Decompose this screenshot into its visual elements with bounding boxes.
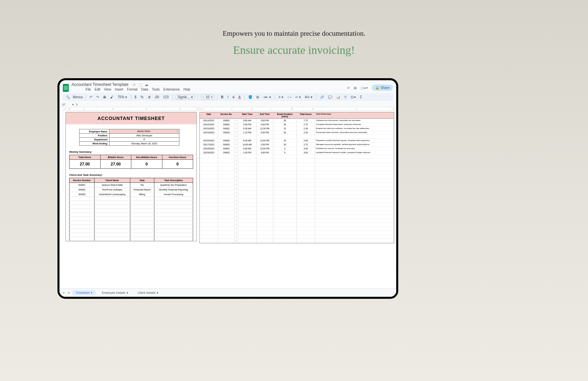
share-label: Share [381,86,390,90]
table-row[interactable]: ▾ [200,239,394,243]
cell-reference[interactable]: 37 [62,103,72,106]
weekly-summary-label: Weekly Summary: [69,150,193,153]
table-row[interactable]: ▾ [200,219,394,223]
table-row[interactable]: ▾ [200,179,394,183]
employee-name-cell[interactable]: James Davis ▾ [110,129,179,134]
move-icon[interactable]: ⬚ [139,83,142,87]
table-row[interactable]: ▾ [200,167,394,171]
chevron-down-icon: ▾ [91,291,93,294]
italic-icon[interactable]: I [227,95,230,100]
table-row[interactable]: ▾ [200,155,394,159]
print-icon[interactable]: 🖶 [102,95,107,100]
client-task-table: Service Number Client Name Task Task Des… [69,178,193,241]
zoom-select[interactable]: 75% ▾ [117,95,128,100]
table-row[interactable]: ▾ [200,159,394,163]
font-size-input[interactable]: − 10 + [201,95,214,100]
search-menus-label[interactable]: Menus [73,95,83,99]
text-color-icon[interactable]: A [238,95,242,100]
all-sheets-icon[interactable]: ≡ [68,291,69,294]
table-row[interactable]: ▾ [200,199,394,203]
table-row[interactable]: 03/15/2023SN001▾9:30 AM12:30 PM152.38Ent… [200,127,394,131]
meet-icon[interactable]: ▢◂ ▾ [361,86,368,90]
history-icon[interactable]: ↺ [347,86,350,90]
table-row[interactable]: ▾ [200,223,394,227]
merge-icon[interactable]: ⇥⇤ ▾ [262,95,272,100]
link-icon[interactable]: 🔗 [319,95,325,100]
menu-format[interactable]: Format [127,88,138,91]
paint-format-icon[interactable]: 🖌 [109,95,115,100]
table-row[interactable]: ▾ [200,183,394,187]
currency-icon[interactable]: $ [134,95,138,100]
fill-color-icon[interactable]: 🪣 [247,95,253,100]
table-row[interactable]: 03/17/2023SN003▾10:00 AM2:00 PM302.75Man… [200,143,394,147]
table-row[interactable]: 03/14/2023SN002▾2:00 PM6:00 PM302.75Comp… [200,123,394,127]
menu-view[interactable]: View [104,88,111,91]
table-row[interactable]: ▾ [200,191,394,195]
undo-icon[interactable]: ↶ [89,95,93,100]
table-row[interactable]: ▾ [200,187,394,191]
menu-file[interactable]: File [86,88,91,91]
table-row[interactable]: ▾ [200,207,394,211]
position-cell[interactable]: Web Developer [110,134,179,138]
halign-icon[interactable]: ≡ ▾ [278,95,284,100]
table-row[interactable]: 03/15/2023SN003▾1:15 PM5:00 PM302.50Proc… [200,131,394,135]
valign-icon[interactable]: ⫶ ▾ [286,95,293,100]
lock-icon: 🔒 [375,86,379,90]
comment-icon[interactable]: ▤ [354,86,357,90]
menu-insert[interactable]: Insert [115,88,123,91]
borders-icon[interactable]: ⊞ [255,95,260,100]
table-row[interactable]: 03/18/2023SN001▾9:00 AM12:00 PM03.00Fina… [200,147,394,151]
menu-tools[interactable]: Tools [152,88,160,91]
table-row[interactable]: ▾ [200,231,394,235]
menu-help[interactable]: Help [183,88,190,91]
document-title[interactable]: Accountant Timesheet Template [71,82,129,87]
tab-employee-details[interactable]: Employee Details ▾ [99,290,132,295]
table-row[interactable]: ▾ [200,163,394,167]
menu-edit[interactable]: Edit [95,88,100,91]
table-row[interactable]: ▾ [200,211,394,215]
decimal-increase-icon[interactable]: .00 [153,95,160,100]
filter-icon[interactable]: ▽ [343,95,348,100]
table-row[interactable]: ▾ [200,203,394,207]
filter-views-icon[interactable]: ⊡ ▾ [350,95,357,100]
search-icon[interactable]: 🔍 [65,95,71,100]
table-row[interactable]: ▾ [200,215,394,219]
strike-icon[interactable]: S̶ [232,95,236,100]
table-row[interactable]: 03/14/2023SN001▾8:00 AM5:00 PM307.75Gath… [200,119,394,123]
more-formats-icon[interactable]: 123 [162,95,170,100]
bold-icon[interactable]: B [220,95,225,100]
table-row[interactable]: ▾ [200,195,394,199]
functions-icon[interactable]: Σ [359,95,363,100]
add-sheet-icon[interactable]: ＋ [62,291,65,295]
table-row[interactable]: 03/18/2023SN002▾1:00 PM4:00 PM03.00Updat… [200,151,394,155]
table-row[interactable]: ▾ [200,135,394,139]
table-row[interactable]: ▾ [200,171,394,175]
font-select[interactable]: Signik… ▾ [175,95,195,100]
rotate-icon[interactable]: A↻ ▾ [304,95,313,100]
chart-icon[interactable]: 📊 [335,95,341,100]
redo-icon[interactable]: ↷ [95,95,100,100]
row-headers[interactable] [59,111,63,288]
wrap-icon[interactable]: ↵ ▾ [294,95,302,100]
column-headers[interactable]: A B C D E F G H I J K L M N O P [59,107,396,111]
week-ending-cell[interactable]: Monday, March 20, 2023 [110,142,179,146]
table-row[interactable]: ▾ [200,235,394,239]
menu-data[interactable]: Data [141,88,148,91]
formula-bar[interactable]: 37 ▾ fx [59,102,396,107]
table-row[interactable]: ▾ [200,175,394,179]
decimal-decrease-icon[interactable]: .0̷ [146,95,151,100]
table-row[interactable]: ▾ [200,227,394,231]
star-icon[interactable]: ☆ [133,83,136,87]
tablet-frame: Accountant Timesheet Template ☆ ⬚ ☁ File… [57,78,398,299]
insert-comment-icon[interactable]: 💬 [327,95,333,100]
titlebar: Accountant Timesheet Template ☆ ⬚ ☁ File… [59,80,396,93]
department-cell[interactable]: IT [110,138,179,142]
table-row[interactable]: 03/16/2023SN002▾8:30 AM12:00 PM152.88Pre… [200,139,394,143]
cloud-icon[interactable]: ☁ [145,83,148,87]
percent-icon[interactable]: % [139,95,144,100]
menu-extensions[interactable]: Extensions [163,88,180,91]
sheets-icon[interactable] [63,84,69,92]
share-button[interactable]: 🔒 Share [372,85,393,91]
tab-timesheet[interactable]: Timesheet ▾ [72,290,96,295]
tab-client-details[interactable]: Client Details ▾ [134,290,162,295]
